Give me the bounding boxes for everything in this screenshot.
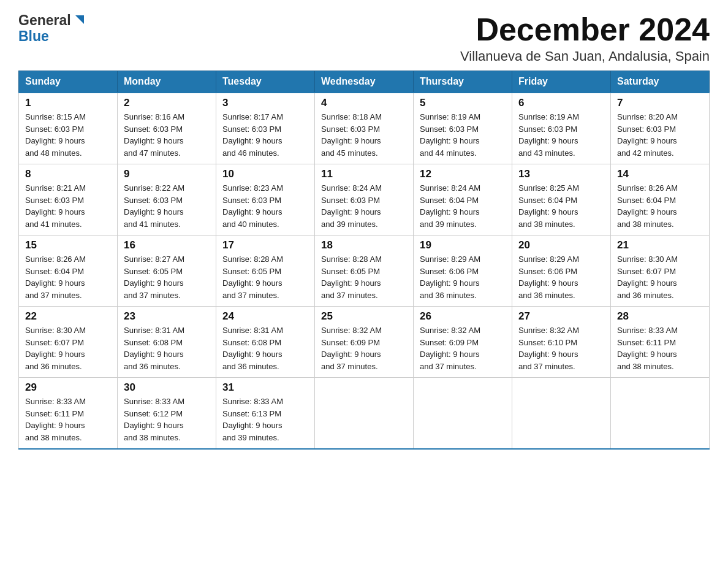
calendar-cell: 21Sunrise: 8:30 AMSunset: 6:07 PMDayligh… <box>611 236 710 307</box>
day-info: Sunrise: 8:28 AMSunset: 6:05 PMDaylight:… <box>321 253 407 301</box>
day-number: 13 <box>518 168 604 180</box>
day-info: Sunrise: 8:18 AMSunset: 6:03 PMDaylight:… <box>321 111 407 159</box>
day-number: 18 <box>321 239 407 251</box>
day-info: Sunrise: 8:27 AMSunset: 6:05 PMDaylight:… <box>124 253 210 301</box>
day-number: 25 <box>321 310 407 323</box>
weekday-header-saturday: Saturday <box>611 71 710 93</box>
day-number: 23 <box>124 310 210 323</box>
day-number: 28 <box>617 310 703 323</box>
calendar-cell: 15Sunrise: 8:26 AMSunset: 6:04 PMDayligh… <box>19 236 118 307</box>
calendar-cell: 30Sunrise: 8:33 AMSunset: 6:12 PMDayligh… <box>118 378 216 450</box>
calendar-week-row: 29Sunrise: 8:33 AMSunset: 6:11 PMDayligh… <box>19 378 710 450</box>
month-title: December 2024 <box>460 12 710 47</box>
day-info: Sunrise: 8:30 AMSunset: 6:07 PMDaylight:… <box>25 324 111 372</box>
weekday-header-tuesday: Tuesday <box>216 71 315 93</box>
logo-arrow-icon <box>73 14 84 25</box>
day-info: Sunrise: 8:29 AMSunset: 6:06 PMDaylight:… <box>518 253 604 301</box>
calendar-cell: 23Sunrise: 8:31 AMSunset: 6:08 PMDayligh… <box>118 307 216 378</box>
day-info: Sunrise: 8:33 AMSunset: 6:11 PMDaylight:… <box>25 396 111 443</box>
day-info: Sunrise: 8:26 AMSunset: 6:04 PMDaylight:… <box>617 182 703 230</box>
calendar-cell: 8Sunrise: 8:21 AMSunset: 6:03 PMDaylight… <box>19 164 118 236</box>
calendar-cell: 17Sunrise: 8:28 AMSunset: 6:05 PMDayligh… <box>216 236 315 307</box>
day-number: 30 <box>124 381 210 394</box>
weekday-header-friday: Friday <box>512 71 611 93</box>
calendar-cell <box>512 378 611 450</box>
calendar-cell: 11Sunrise: 8:24 AMSunset: 6:03 PMDayligh… <box>315 164 414 236</box>
day-info: Sunrise: 8:33 AMSunset: 6:11 PMDaylight:… <box>617 324 703 372</box>
day-number: 11 <box>321 168 407 180</box>
day-info: Sunrise: 8:15 AMSunset: 6:03 PMDaylight:… <box>25 111 111 159</box>
day-info: Sunrise: 8:29 AMSunset: 6:06 PMDaylight:… <box>420 253 506 301</box>
day-number: 19 <box>420 239 506 251</box>
day-info: Sunrise: 8:32 AMSunset: 6:09 PMDaylight:… <box>420 324 506 372</box>
weekday-header-sunday: Sunday <box>19 71 118 93</box>
day-info: Sunrise: 8:24 AMSunset: 6:03 PMDaylight:… <box>321 182 407 230</box>
calendar-week-row: 1Sunrise: 8:15 AMSunset: 6:03 PMDaylight… <box>19 93 710 164</box>
calendar-cell: 3Sunrise: 8:17 AMSunset: 6:03 PMDaylight… <box>216 93 315 164</box>
day-number: 5 <box>420 97 506 109</box>
day-number: 27 <box>518 310 604 323</box>
location-title: Villanueva de San Juan, Andalusia, Spain <box>460 48 710 64</box>
calendar-cell: 6Sunrise: 8:19 AMSunset: 6:03 PMDaylight… <box>512 93 611 164</box>
calendar-week-row: 15Sunrise: 8:26 AMSunset: 6:04 PMDayligh… <box>19 236 710 307</box>
day-number: 9 <box>124 168 210 180</box>
logo-general-text: General <box>18 12 71 28</box>
weekday-header-thursday: Thursday <box>414 71 512 93</box>
day-info: Sunrise: 8:22 AMSunset: 6:03 PMDaylight:… <box>124 182 210 230</box>
svg-marker-0 <box>75 15 84 24</box>
logo-blue-text: Blue <box>18 28 49 44</box>
day-info: Sunrise: 8:30 AMSunset: 6:07 PMDaylight:… <box>617 253 703 301</box>
calendar-cell: 5Sunrise: 8:19 AMSunset: 6:03 PMDaylight… <box>414 93 512 164</box>
day-info: Sunrise: 8:17 AMSunset: 6:03 PMDaylight:… <box>222 111 308 159</box>
page-header: General Blue December 2024 Villanueva de… <box>18 12 710 64</box>
day-number: 22 <box>25 310 111 323</box>
day-number: 21 <box>617 239 703 251</box>
calendar-cell: 10Sunrise: 8:23 AMSunset: 6:03 PMDayligh… <box>216 164 315 236</box>
day-info: Sunrise: 8:32 AMSunset: 6:09 PMDaylight:… <box>321 324 407 372</box>
day-info: Sunrise: 8:25 AMSunset: 6:04 PMDaylight:… <box>518 182 604 230</box>
day-info: Sunrise: 8:32 AMSunset: 6:10 PMDaylight:… <box>518 324 604 372</box>
day-number: 10 <box>222 168 308 180</box>
day-info: Sunrise: 8:21 AMSunset: 6:03 PMDaylight:… <box>25 182 111 230</box>
title-block: December 2024 Villanueva de San Juan, An… <box>460 12 710 64</box>
weekday-header-monday: Monday <box>118 71 216 93</box>
day-number: 29 <box>25 381 111 394</box>
calendar-cell: 7Sunrise: 8:20 AMSunset: 6:03 PMDaylight… <box>611 93 710 164</box>
day-number: 26 <box>420 310 506 323</box>
day-info: Sunrise: 8:16 AMSunset: 6:03 PMDaylight:… <box>124 111 210 159</box>
calendar-cell: 27Sunrise: 8:32 AMSunset: 6:10 PMDayligh… <box>512 307 611 378</box>
calendar-cell: 24Sunrise: 8:31 AMSunset: 6:08 PMDayligh… <box>216 307 315 378</box>
calendar-cell: 28Sunrise: 8:33 AMSunset: 6:11 PMDayligh… <box>611 307 710 378</box>
calendar-cell <box>611 378 710 450</box>
day-info: Sunrise: 8:33 AMSunset: 6:12 PMDaylight:… <box>124 396 210 443</box>
calendar-cell: 20Sunrise: 8:29 AMSunset: 6:06 PMDayligh… <box>512 236 611 307</box>
day-info: Sunrise: 8:19 AMSunset: 6:03 PMDaylight:… <box>518 111 604 159</box>
day-info: Sunrise: 8:19 AMSunset: 6:03 PMDaylight:… <box>420 111 506 159</box>
calendar-week-row: 8Sunrise: 8:21 AMSunset: 6:03 PMDaylight… <box>19 164 710 236</box>
calendar-cell: 2Sunrise: 8:16 AMSunset: 6:03 PMDaylight… <box>118 93 216 164</box>
day-info: Sunrise: 8:23 AMSunset: 6:03 PMDaylight:… <box>222 182 308 230</box>
day-number: 20 <box>518 239 604 251</box>
calendar-week-row: 22Sunrise: 8:30 AMSunset: 6:07 PMDayligh… <box>19 307 710 378</box>
day-number: 6 <box>518 97 604 109</box>
day-info: Sunrise: 8:28 AMSunset: 6:05 PMDaylight:… <box>222 253 308 301</box>
day-info: Sunrise: 8:31 AMSunset: 6:08 PMDaylight:… <box>222 324 308 372</box>
calendar-cell: 9Sunrise: 8:22 AMSunset: 6:03 PMDaylight… <box>118 164 216 236</box>
calendar-cell: 18Sunrise: 8:28 AMSunset: 6:05 PMDayligh… <box>315 236 414 307</box>
calendar-cell <box>414 378 512 450</box>
day-number: 17 <box>222 239 308 251</box>
day-info: Sunrise: 8:20 AMSunset: 6:03 PMDaylight:… <box>617 111 703 159</box>
calendar-cell <box>315 378 414 450</box>
day-number: 12 <box>420 168 506 180</box>
calendar-cell: 16Sunrise: 8:27 AMSunset: 6:05 PMDayligh… <box>118 236 216 307</box>
day-info: Sunrise: 8:31 AMSunset: 6:08 PMDaylight:… <box>124 324 210 372</box>
calendar-cell: 4Sunrise: 8:18 AMSunset: 6:03 PMDaylight… <box>315 93 414 164</box>
day-number: 2 <box>124 97 210 109</box>
logo: General Blue <box>18 12 84 45</box>
calendar-cell: 29Sunrise: 8:33 AMSunset: 6:11 PMDayligh… <box>19 378 118 450</box>
day-info: Sunrise: 8:33 AMSunset: 6:13 PMDaylight:… <box>222 396 308 443</box>
calendar-cell: 13Sunrise: 8:25 AMSunset: 6:04 PMDayligh… <box>512 164 611 236</box>
calendar-cell: 19Sunrise: 8:29 AMSunset: 6:06 PMDayligh… <box>414 236 512 307</box>
calendar-cell: 12Sunrise: 8:24 AMSunset: 6:04 PMDayligh… <box>414 164 512 236</box>
calendar-cell: 26Sunrise: 8:32 AMSunset: 6:09 PMDayligh… <box>414 307 512 378</box>
